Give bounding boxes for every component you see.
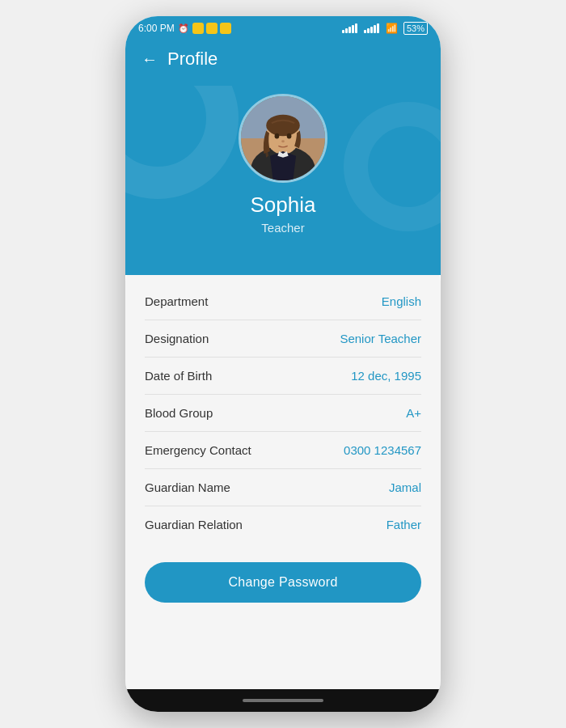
bar1 — [342, 30, 344, 33]
svg-point-6 — [275, 133, 280, 139]
app-icon-3 — [220, 23, 231, 34]
info-label: Blood Group — [145, 406, 213, 420]
info-row: Guardian NameJamal — [145, 469, 421, 506]
info-card: DepartmentEnglishDesignationSenior Teach… — [125, 259, 441, 689]
home-indicator — [243, 699, 323, 702]
bar5 — [377, 23, 379, 33]
profile-section: Sophia Teacher — [125, 86, 441, 275]
header: ← Profile — [125, 40, 441, 86]
change-password-button[interactable]: Change Password — [145, 562, 421, 603]
bg-circle-1 — [125, 86, 239, 199]
bar1 — [364, 30, 366, 33]
info-row: DepartmentEnglish — [145, 283, 421, 320]
phone-frame: 6:00 PM ⏰ 📶 — [125, 16, 441, 712]
profile-role: Teacher — [261, 221, 304, 235]
app-icons — [192, 23, 231, 34]
info-label: Designation — [145, 332, 209, 345]
info-value: English — [382, 294, 421, 308]
back-button[interactable]: ← — [142, 50, 158, 69]
app-icon-1 — [192, 23, 204, 34]
info-label: Guardian Name — [145, 480, 230, 494]
info-label: Date of Birth — [145, 369, 212, 383]
profile-name: Sophia — [251, 193, 316, 218]
bar2 — [367, 28, 370, 33]
info-label: Emergency Contact — [145, 443, 251, 457]
battery-indicator: 53% — [403, 22, 428, 35]
bar2 — [345, 28, 348, 33]
alarm-icon: ⏰ — [178, 23, 189, 34]
info-value: 0300 1234567 — [344, 443, 421, 457]
info-row: DesignationSenior Teacher — [145, 320, 421, 358]
info-row: Blood GroupA+ — [145, 395, 421, 432]
status-left: 6:00 PM ⏰ — [138, 23, 231, 34]
status-bar: 6:00 PM ⏰ 📶 — [125, 16, 441, 40]
info-row: Guardian RelationFather — [145, 506, 421, 543]
info-value: Senior Teacher — [340, 332, 421, 345]
svg-point-7 — [287, 133, 292, 139]
svg-point-5 — [266, 115, 300, 136]
bar3 — [348, 27, 351, 33]
time-display: 6:00 PM — [138, 23, 175, 34]
bar4 — [352, 25, 354, 33]
wifi-icon: 📶 — [386, 23, 398, 34]
app-icon-2 — [206, 23, 218, 34]
bottom-bar — [125, 689, 441, 712]
bar3 — [370, 27, 373, 33]
avatar-image — [241, 96, 325, 180]
info-value: Father — [386, 518, 421, 531]
info-value: 12 dec, 1995 — [351, 369, 421, 383]
status-right: 📶 53% — [342, 22, 428, 35]
bar4 — [374, 25, 376, 33]
info-rows-container: DepartmentEnglishDesignationSenior Teach… — [145, 283, 421, 543]
info-label: Department — [145, 294, 208, 308]
info-row: Emergency Contact0300 1234567 — [145, 432, 421, 469]
page-title: Profile — [167, 49, 218, 70]
svg-point-8 — [281, 140, 285, 142]
info-row: Date of Birth12 dec, 1995 — [145, 358, 421, 395]
signal-bars-1 — [342, 23, 357, 33]
info-value: A+ — [406, 406, 421, 420]
bg-circle-2 — [344, 102, 441, 231]
info-value: Jamal — [389, 480, 421, 494]
battery-level: 53 — [407, 23, 416, 33]
signal-bars-2 — [364, 23, 379, 33]
avatar — [239, 94, 327, 183]
bar5 — [355, 23, 357, 33]
info-label: Guardian Relation — [145, 518, 243, 531]
